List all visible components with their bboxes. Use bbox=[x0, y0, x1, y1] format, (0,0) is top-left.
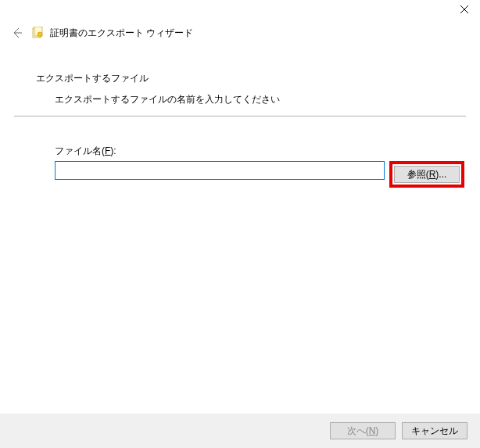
browse-button[interactable]: 参照(R)... bbox=[394, 166, 460, 183]
filename-label: ファイル名(F): bbox=[55, 145, 464, 158]
divider bbox=[14, 116, 466, 116]
close-button[interactable] bbox=[449, 0, 480, 19]
footer: 次へ(N) キャンセル bbox=[0, 414, 480, 448]
back-arrow-icon bbox=[11, 27, 23, 39]
wizard-title: 証明書のエクスポート ウィザード bbox=[50, 27, 193, 40]
close-icon bbox=[460, 5, 468, 13]
section-title: エクスポートするファイル bbox=[36, 72, 464, 85]
browse-highlight: 参照(R)... bbox=[389, 161, 464, 188]
back-button[interactable] bbox=[9, 25, 25, 41]
svg-point-5 bbox=[38, 32, 42, 37]
filename-input[interactable] bbox=[55, 161, 385, 180]
cancel-button[interactable]: キャンセル bbox=[402, 422, 467, 439]
next-button[interactable]: 次へ(N) bbox=[330, 422, 396, 439]
wizard-icon bbox=[31, 27, 44, 39]
section-subtitle: エクスポートするファイルの名前を入力してください bbox=[55, 93, 464, 106]
